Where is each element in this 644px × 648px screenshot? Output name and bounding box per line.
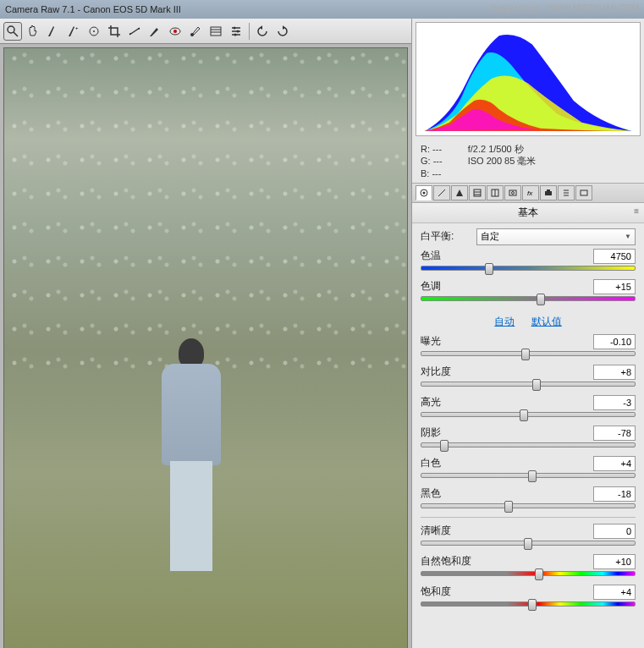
temperature-value[interactable]: 4750 [593, 249, 636, 264]
tab-basic[interactable] [416, 185, 432, 200]
preview-area: + [0, 19, 411, 648]
white-balance-tool[interactable] [44, 22, 63, 41]
tab-tone-curve[interactable] [433, 185, 450, 200]
tab-snapshots[interactable] [575, 185, 592, 200]
svg-rect-27 [509, 190, 516, 195]
crop-tool[interactable] [105, 22, 124, 41]
tab-strip: fx [412, 183, 644, 203]
toolbar: + [0, 19, 411, 44]
whites-slider[interactable]: 白色+4 [421, 456, 636, 480]
svg-point-6 [129, 33, 131, 35]
exif-r: R: --- [421, 143, 443, 155]
tab-split-toning[interactable] [487, 185, 504, 200]
svg-point-19 [234, 33, 237, 36]
vibrance-slider[interactable]: 自然饱和度+10 [421, 554, 636, 578]
rotate-left-tool[interactable] [253, 22, 272, 41]
svg-rect-35 [581, 190, 587, 195]
exposure-slider[interactable]: 曝光-0.10 [421, 334, 636, 358]
rotate-right-tool[interactable] [273, 22, 292, 41]
tab-effects[interactable]: fx [522, 185, 539, 200]
tab-presets[interactable] [558, 185, 575, 200]
exposure-value[interactable]: -0.10 [593, 334, 636, 349]
clarity-slider[interactable]: 清晰度0 [421, 524, 636, 547]
svg-point-28 [512, 191, 515, 194]
exif-iso: ISO 200 85 毫米 [468, 155, 537, 167]
targeted-adjustment-tool[interactable] [85, 22, 103, 41]
saturation-slider[interactable]: 饱和度+4 [421, 585, 636, 608]
svg-point-10 [190, 33, 194, 36]
tab-camera-calibration[interactable] [540, 185, 557, 200]
svg-point-18 [237, 30, 239, 32]
svg-text:fx: fx [527, 189, 533, 197]
highlights-slider[interactable]: 高光-3 [421, 395, 636, 419]
temperature-thumb[interactable] [485, 263, 493, 275]
svg-point-7 [138, 28, 140, 30]
svg-point-17 [234, 26, 236, 29]
separator [249, 23, 250, 40]
auto-link[interactable]: 自动 [494, 316, 515, 327]
temperature-slider[interactable]: 色温4750 [421, 249, 636, 272]
app-title: Camera Raw 7.1 - Canon EOS 5D Mark III [5, 4, 181, 14]
title-bar: Camera Raw 7.1 - Canon EOS 5D Mark III 思… [0, 0, 644, 19]
contrast-slider[interactable]: 对比度+8 [421, 365, 636, 388]
exif-b: B: --- [421, 167, 443, 179]
svg-point-9 [173, 30, 177, 33]
tab-detail[interactable] [451, 185, 468, 200]
tint-thumb[interactable] [537, 294, 545, 305]
svg-point-0 [8, 26, 14, 33]
tab-lens-corrections[interactable] [504, 185, 521, 200]
svg-point-21 [423, 191, 426, 194]
shadows-value[interactable]: -78 [593, 426, 636, 441]
exif-aperture: f/2.2 1/500 秒 [468, 143, 537, 155]
image-preview[interactable] [3, 47, 408, 648]
svg-rect-30 [545, 191, 552, 195]
adjustment-brush-tool[interactable] [186, 22, 205, 41]
watermark: 思缘设计论坛 WWW.MISSYUAN.COM [489, 3, 639, 15]
blacks-value[interactable]: -18 [593, 486, 636, 502]
exif-g: G: --- [421, 155, 443, 167]
contrast-value[interactable]: +8 [593, 365, 636, 380]
tint-value[interactable]: +15 [593, 279, 636, 294]
zoom-tool[interactable] [3, 22, 22, 41]
highlights-value[interactable]: -3 [593, 395, 636, 410]
tab-hsl[interactable] [469, 185, 486, 200]
adjustment-panel: R: --- G: --- B: --- f/2.2 1/500 秒 ISO 2… [411, 19, 644, 648]
hand-tool[interactable] [24, 22, 42, 41]
histogram[interactable] [416, 22, 641, 136]
blacks-slider[interactable]: 黑色-18 [421, 486, 636, 510]
svg-rect-31 [547, 189, 550, 191]
preferences-tool[interactable] [227, 22, 245, 41]
clarity-value[interactable]: 0 [593, 524, 636, 539]
spot-removal-tool[interactable] [146, 22, 164, 41]
panel-menu-icon[interactable]: ≡ [634, 206, 639, 216]
saturation-value[interactable]: +4 [593, 585, 636, 600]
svg-rect-11 [211, 27, 221, 36]
shadows-slider[interactable]: 阴影-78 [421, 426, 636, 449]
panel-title: 基本 ≡ [412, 203, 644, 223]
auto-default-links: 自动 默认值 [421, 310, 636, 334]
straighten-tool[interactable] [125, 22, 144, 41]
default-link[interactable]: 默认值 [531, 316, 562, 327]
exif-info: R: --- G: --- B: --- f/2.2 1/500 秒 ISO 2… [412, 140, 644, 183]
svg-point-4 [93, 30, 95, 32]
graduated-filter-tool[interactable] [206, 22, 225, 41]
tint-slider[interactable]: 色调+15 [421, 279, 636, 303]
svg-rect-22 [474, 189, 481, 196]
wb-label: 白平衡: [421, 229, 471, 244]
red-eye-tool[interactable] [166, 22, 184, 41]
color-sampler-tool[interactable]: + [64, 22, 83, 41]
whites-value[interactable]: +4 [593, 456, 636, 471]
svg-line-1 [14, 32, 18, 36]
svg-text:+: + [75, 25, 79, 30]
wb-dropdown[interactable]: 自定 [476, 228, 636, 245]
vibrance-value[interactable]: +10 [593, 554, 636, 569]
